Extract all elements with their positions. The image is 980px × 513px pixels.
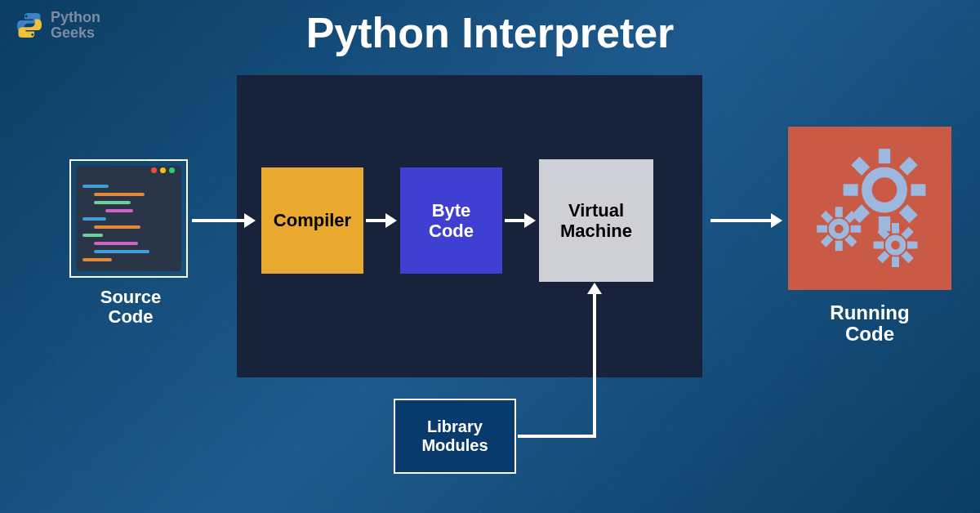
source-code-label: SourceCode <box>82 288 180 327</box>
gears-icon <box>796 135 943 282</box>
svg-rect-13 <box>817 225 827 233</box>
svg-point-19 <box>835 225 844 234</box>
diagram-title: Python Interpreter <box>0 8 980 57</box>
library-modules-node: LibraryModules <box>394 399 516 474</box>
bytecode-node: ByteCode <box>400 167 502 274</box>
svg-rect-6 <box>911 184 925 195</box>
arrow-library-to-vm-head <box>586 283 603 297</box>
svg-rect-21 <box>892 256 899 267</box>
svg-rect-17 <box>821 211 833 223</box>
virtual-machine-node: VirtualMachine <box>539 159 653 282</box>
arrow-library-to-vm-h <box>518 435 596 438</box>
svg-rect-11 <box>835 207 843 217</box>
svg-rect-12 <box>835 241 843 252</box>
source-code-node <box>69 159 188 278</box>
svg-rect-3 <box>879 149 890 163</box>
running-code-label: RunningCode <box>788 302 951 346</box>
arrow-compiler-to-bytecode <box>366 212 397 229</box>
running-code-node <box>788 127 951 290</box>
svg-rect-9 <box>851 157 870 176</box>
arrow-vm-to-running <box>710 212 782 229</box>
svg-rect-23 <box>907 242 918 249</box>
compiler-node: Compiler <box>261 167 363 274</box>
arrow-library-to-vm-v <box>593 294 596 438</box>
arrow-source-to-compiler <box>192 212 256 229</box>
svg-rect-20 <box>892 223 899 234</box>
svg-rect-27 <box>902 251 914 263</box>
svg-point-0 <box>866 172 902 207</box>
svg-point-28 <box>891 241 900 250</box>
svg-rect-16 <box>821 234 833 247</box>
arrow-bytecode-to-vm <box>505 212 536 229</box>
svg-rect-22 <box>874 242 884 249</box>
svg-rect-7 <box>899 157 918 176</box>
svg-rect-14 <box>851 225 862 233</box>
code-editor-icon <box>76 166 181 271</box>
svg-rect-5 <box>844 184 858 195</box>
svg-rect-24 <box>902 227 914 239</box>
svg-rect-25 <box>877 251 889 263</box>
svg-rect-10 <box>899 204 918 223</box>
svg-rect-18 <box>844 234 857 247</box>
